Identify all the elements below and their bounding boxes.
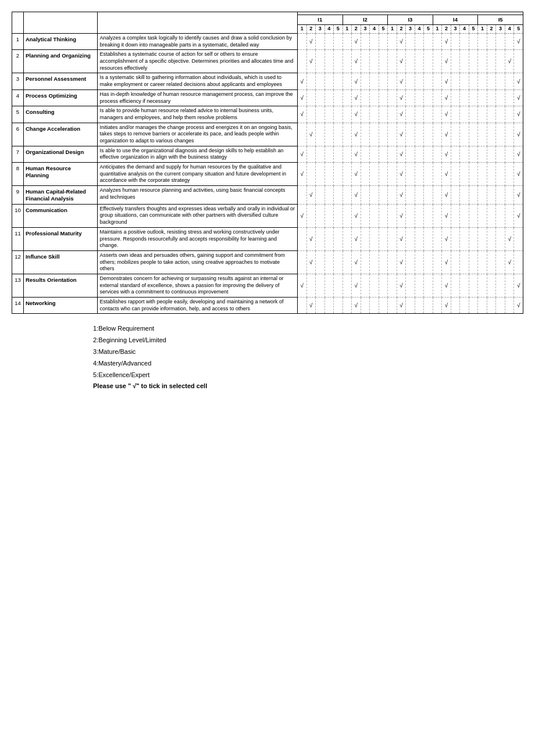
cell-I3-5[interactable] bbox=[424, 204, 433, 227]
cell-I1-3[interactable] bbox=[316, 34, 325, 50]
cell-I1-4[interactable] bbox=[324, 298, 334, 314]
cell-I2-3[interactable] bbox=[361, 123, 370, 146]
cell-I2-5[interactable] bbox=[379, 34, 388, 50]
cell-I5-1[interactable] bbox=[478, 73, 487, 89]
cell-I2-3[interactable] bbox=[361, 204, 370, 227]
cell-I4-3[interactable] bbox=[451, 50, 460, 73]
cell-I3-4[interactable] bbox=[415, 298, 424, 314]
cell-I4-5[interactable] bbox=[469, 250, 478, 274]
cell-I3-3[interactable] bbox=[406, 89, 415, 106]
cell-I5-5[interactable]: √ bbox=[514, 73, 523, 89]
cell-I2-5[interactable] bbox=[379, 163, 388, 186]
cell-I4-2[interactable]: √ bbox=[442, 204, 451, 227]
cell-I1-3[interactable] bbox=[316, 146, 325, 162]
cell-I2-4[interactable] bbox=[370, 34, 379, 50]
cell-I3-3[interactable] bbox=[406, 298, 415, 314]
cell-I1-1[interactable]: √ bbox=[298, 146, 307, 162]
cell-I1-5[interactable] bbox=[334, 227, 343, 250]
cell-I1-5[interactable] bbox=[334, 123, 343, 146]
cell-I2-4[interactable] bbox=[370, 250, 379, 274]
cell-I5-2[interactable] bbox=[487, 123, 496, 146]
cell-I3-5[interactable] bbox=[424, 34, 433, 50]
cell-I3-1[interactable] bbox=[388, 274, 397, 297]
cell-I2-4[interactable] bbox=[370, 50, 379, 73]
cell-I2-4[interactable] bbox=[370, 204, 379, 227]
cell-I5-3[interactable] bbox=[496, 106, 505, 123]
cell-I5-4[interactable]: √ bbox=[505, 50, 514, 73]
cell-I5-1[interactable] bbox=[478, 186, 487, 205]
cell-I1-3[interactable] bbox=[316, 163, 325, 186]
cell-I2-1[interactable] bbox=[343, 163, 352, 186]
cell-I5-5[interactable] bbox=[514, 250, 523, 274]
cell-I1-1[interactable]: √ bbox=[298, 163, 307, 186]
cell-I1-2[interactable] bbox=[306, 106, 316, 123]
cell-I4-1[interactable] bbox=[433, 106, 442, 123]
cell-I4-1[interactable] bbox=[433, 89, 442, 106]
cell-I4-5[interactable] bbox=[469, 106, 478, 123]
cell-I2-1[interactable] bbox=[343, 106, 352, 123]
cell-I3-1[interactable] bbox=[388, 34, 397, 50]
cell-I3-3[interactable] bbox=[406, 163, 415, 186]
cell-I5-2[interactable] bbox=[487, 227, 496, 250]
cell-I4-4[interactable] bbox=[460, 250, 469, 274]
cell-I2-5[interactable] bbox=[379, 89, 388, 106]
cell-I4-5[interactable] bbox=[469, 227, 478, 250]
cell-I5-4[interactable]: √ bbox=[505, 250, 514, 274]
cell-I2-2[interactable]: √ bbox=[352, 298, 361, 314]
cell-I4-2[interactable]: √ bbox=[442, 123, 451, 146]
cell-I4-1[interactable] bbox=[433, 274, 442, 297]
cell-I3-2[interactable]: √ bbox=[397, 50, 406, 73]
cell-I1-4[interactable] bbox=[324, 227, 334, 250]
cell-I3-4[interactable] bbox=[415, 50, 424, 73]
cell-I5-1[interactable] bbox=[478, 123, 487, 146]
cell-I2-5[interactable] bbox=[379, 204, 388, 227]
cell-I1-5[interactable] bbox=[334, 163, 343, 186]
cell-I5-3[interactable] bbox=[496, 298, 505, 314]
cell-I5-3[interactable] bbox=[496, 274, 505, 297]
cell-I5-5[interactable]: √ bbox=[514, 186, 523, 205]
cell-I5-1[interactable] bbox=[478, 89, 487, 106]
cell-I3-1[interactable] bbox=[388, 186, 397, 205]
cell-I5-1[interactable] bbox=[478, 250, 487, 274]
cell-I5-2[interactable] bbox=[487, 163, 496, 186]
cell-I1-5[interactable] bbox=[334, 204, 343, 227]
cell-I2-3[interactable] bbox=[361, 34, 370, 50]
cell-I1-1[interactable] bbox=[298, 50, 307, 73]
cell-I3-3[interactable] bbox=[406, 204, 415, 227]
cell-I3-2[interactable]: √ bbox=[397, 106, 406, 123]
cell-I4-4[interactable] bbox=[460, 106, 469, 123]
cell-I3-3[interactable] bbox=[406, 274, 415, 297]
cell-I4-5[interactable] bbox=[469, 123, 478, 146]
cell-I1-1[interactable] bbox=[298, 34, 307, 50]
cell-I3-5[interactable] bbox=[424, 298, 433, 314]
cell-I2-4[interactable] bbox=[370, 89, 379, 106]
cell-I1-3[interactable] bbox=[316, 106, 325, 123]
cell-I2-2[interactable]: √ bbox=[352, 204, 361, 227]
cell-I5-4[interactable] bbox=[505, 34, 514, 50]
cell-I5-5[interactable] bbox=[514, 227, 523, 250]
cell-I5-4[interactable] bbox=[505, 204, 514, 227]
cell-I4-2[interactable]: √ bbox=[442, 163, 451, 186]
cell-I1-2[interactable] bbox=[306, 274, 316, 297]
cell-I5-2[interactable] bbox=[487, 106, 496, 123]
cell-I4-3[interactable] bbox=[451, 146, 460, 162]
cell-I1-5[interactable] bbox=[334, 34, 343, 50]
cell-I4-3[interactable] bbox=[451, 274, 460, 297]
cell-I4-1[interactable] bbox=[433, 204, 442, 227]
cell-I4-2[interactable]: √ bbox=[442, 186, 451, 205]
cell-I3-1[interactable] bbox=[388, 227, 397, 250]
cell-I5-5[interactable]: √ bbox=[514, 106, 523, 123]
cell-I5-4[interactable] bbox=[505, 146, 514, 162]
cell-I3-5[interactable] bbox=[424, 250, 433, 274]
cell-I2-4[interactable] bbox=[370, 73, 379, 89]
cell-I2-3[interactable] bbox=[361, 50, 370, 73]
cell-I5-5[interactable]: √ bbox=[514, 123, 523, 146]
cell-I4-5[interactable] bbox=[469, 50, 478, 73]
cell-I5-3[interactable] bbox=[496, 227, 505, 250]
cell-I3-1[interactable] bbox=[388, 298, 397, 314]
cell-I3-1[interactable] bbox=[388, 73, 397, 89]
cell-I5-5[interactable]: √ bbox=[514, 204, 523, 227]
cell-I3-4[interactable] bbox=[415, 227, 424, 250]
cell-I5-3[interactable] bbox=[496, 204, 505, 227]
cell-I3-4[interactable] bbox=[415, 250, 424, 274]
